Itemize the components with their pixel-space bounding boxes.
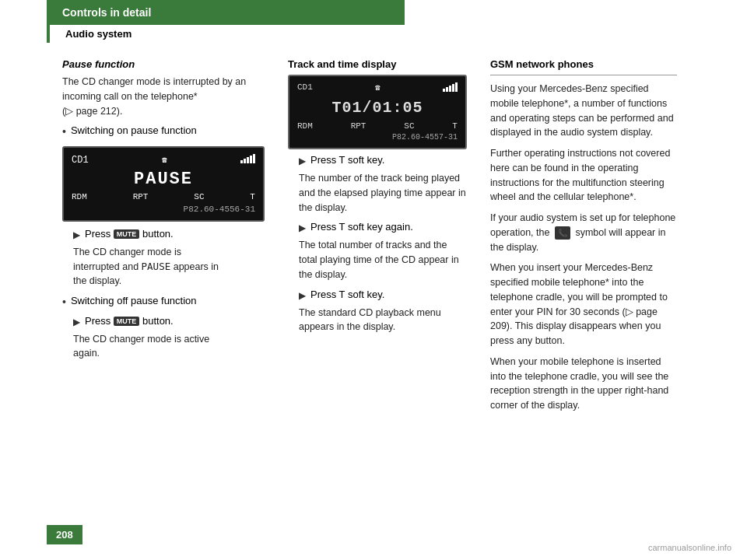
bullet-dot-2: •	[62, 295, 66, 310]
mid-step3-desc: The standard CD playback menu appears in…	[299, 306, 467, 335]
right-divider	[490, 75, 677, 75]
td-t: T	[452, 121, 458, 131]
td-signal	[443, 82, 458, 94]
cd-label-cd1: CD1	[72, 155, 89, 166]
td-row1: CD1 ☎	[297, 82, 458, 94]
cd-display-pause: CD1 ☎ PAUSE RDM RPT	[62, 146, 265, 222]
td-rdm: RDM	[297, 121, 313, 131]
left-heading: Pause function	[62, 58, 265, 70]
middle-step-3: ▶ Press T soft key.	[299, 289, 467, 303]
right-para2: Further operating instructions not cover…	[490, 146, 677, 205]
middle-step-2: ▶ Press T soft key again.	[299, 221, 467, 235]
td-signal-bars	[443, 82, 458, 92]
arrow-2: ▶	[73, 315, 80, 329]
right-para3: If your audio system is set up for telep…	[490, 211, 677, 254]
cd-row2-pause: PAUSE	[72, 170, 255, 189]
watermark: carmanualsonline.info	[648, 543, 731, 552]
header-title: Controls in detail	[62, 6, 151, 19]
indent-block-2: The CD changer mode is activeagain.	[73, 332, 265, 362]
td-caption: P82.60-4557-31	[297, 133, 458, 142]
td-row2-time: T01/01:05	[297, 99, 458, 117]
left-column: Pause function The CD changer mode is in…	[62, 58, 265, 419]
section-label: Audio system	[47, 25, 747, 43]
mid-step1-desc: The number of the track being played and…	[299, 171, 467, 215]
arrow-item-2: ▶ Press MUTE button.	[73, 315, 265, 329]
arrow-1: ▶	[73, 228, 80, 242]
td-sc: SC	[404, 121, 414, 131]
indent-block-1: The CD changer mode isinterrupted and PA…	[73, 245, 265, 289]
cd-row3: RDM RPT SC T	[72, 192, 255, 201]
mid-arrow-3: ▶	[299, 289, 306, 303]
middle-heading: Track and time display	[288, 58, 467, 70]
right-para4: When you insert your Mercedes-Benz speci…	[490, 261, 677, 348]
mid-step2-desc: The total number of tracks and the total…	[299, 238, 467, 282]
bullet-label-2: Switching off pause function	[71, 295, 197, 306]
right-para1: Using your Mercedes-Benz specified mobil…	[490, 82, 677, 140]
cd-rpt: RPT	[133, 192, 149, 201]
indent-1-text: The CD changer mode isinterrupted and PA…	[73, 245, 265, 289]
arrow-item-1: ▶ Press MUTE button.	[73, 228, 265, 242]
bullet-item-2: • Switching off pause function	[62, 295, 265, 310]
td-rpt: RPT	[351, 121, 366, 131]
phone-symbol-icon: 📞	[555, 226, 570, 240]
cd-row1: CD1 ☎	[72, 154, 255, 166]
mute-button-1: MUTE	[114, 229, 140, 239]
cd-signal	[240, 154, 255, 166]
bullet-label-1: Switching on pause function	[71, 124, 197, 136]
middle-column: Track and time display CD1 ☎	[288, 58, 467, 419]
mute-button-2: MUTE	[114, 317, 140, 326]
td-cd1: CD1	[297, 82, 313, 94]
mid-step2-text: Press T soft key again.	[310, 221, 413, 233]
cd-caption-1: P82.60-4556-31	[72, 205, 255, 214]
right-column: GSM network phones Using your Mercedes-B…	[490, 58, 677, 419]
arrow-2-text: Press MUTE button.	[85, 315, 174, 327]
mid-arrow-2: ▶	[299, 221, 306, 235]
mid-step3-text: Press T soft key.	[310, 289, 384, 300]
arrow-1-text: Press MUTE button.	[85, 228, 174, 240]
cd-rdm: RDM	[72, 192, 87, 201]
mid-step1-text: Press T soft key.	[310, 154, 384, 166]
cd-phone-icon: ☎	[162, 155, 167, 165]
content-area: Pause function The CD changer mode is in…	[0, 51, 747, 427]
right-heading: GSM network phones	[490, 58, 677, 70]
bullet-item-1: • Switching on pause function	[62, 124, 265, 140]
td-row3: RDM RPT SC T	[297, 121, 458, 131]
left-para1: The CD changer mode is interrupted by an…	[62, 75, 265, 118]
bullet-dot-1: •	[62, 124, 66, 140]
mid-arrow-1: ▶	[299, 154, 306, 168]
page-container: Controls in detail Audio system Pause fu…	[0, 0, 747, 560]
td-phone-icon: ☎	[375, 82, 381, 94]
middle-step-1: ▶ Press T soft key.	[299, 154, 467, 168]
indent-2-text: The CD changer mode is activeagain.	[73, 332, 265, 362]
signal-bars	[240, 154, 255, 163]
right-para5: When your mobile telephone is inserted i…	[490, 355, 677, 413]
section-title: Audio system	[65, 28, 132, 40]
cd-t: T	[250, 192, 255, 201]
cd-sc: SC	[194, 192, 204, 201]
track-display: CD1 ☎ T01/01:05 RDM R	[288, 75, 467, 149]
page-number: 208	[47, 525, 82, 544]
header-bar: Controls in detail	[47, 0, 405, 25]
